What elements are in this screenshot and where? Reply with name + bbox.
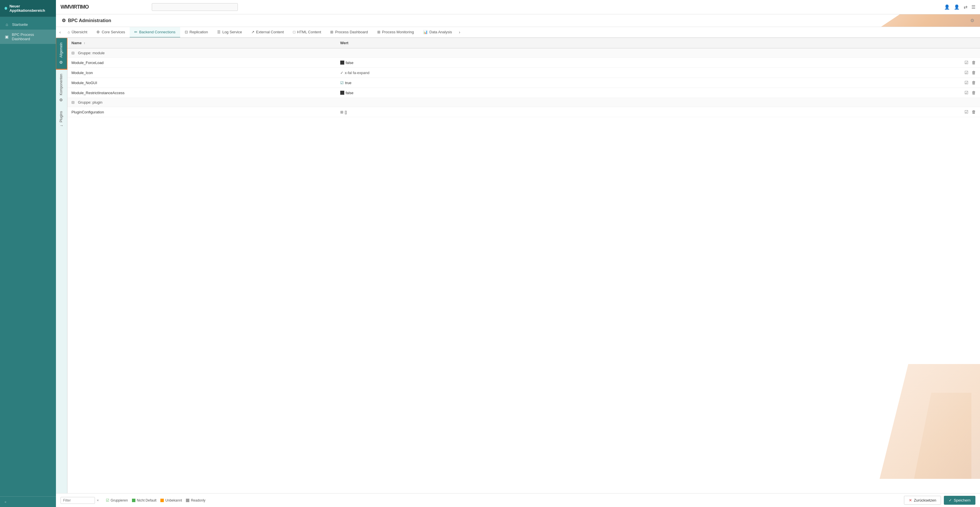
- value-icon-checkmark: ✓: [340, 71, 344, 75]
- swap-icon[interactable]: ⇄: [964, 4, 967, 10]
- array-icon-pluginconfig: ⊞: [340, 110, 344, 114]
- left-plugins-icon: ↓: [59, 125, 64, 127]
- legend-nicht-default: Nicht Default: [132, 498, 157, 502]
- save-button[interactable]: ✓ Speichern: [944, 496, 975, 505]
- tab-html-label: HTML Content: [297, 30, 321, 34]
- page-settings-icon[interactable]: ⚙: [970, 18, 974, 23]
- tab-log-label: Log Service: [222, 30, 242, 34]
- user-icon-1[interactable]: 👤: [944, 4, 950, 10]
- tab-data-analysis[interactable]: 📊 Data Analysis: [418, 27, 457, 38]
- edit-btn-restrict[interactable]: ☑: [964, 90, 968, 95]
- topbar-actions: 👤 👤 ⇄ ☰: [944, 4, 975, 10]
- nicht-default-label: Nicht Default: [137, 498, 157, 502]
- filter-input[interactable]: [60, 497, 95, 504]
- cell-spacer-pluginconfig: [559, 107, 961, 117]
- edit-btn-icon[interactable]: ☑: [964, 70, 968, 75]
- tab-next-btn[interactable]: ›: [457, 27, 463, 37]
- tab-prev-btn[interactable]: ‹: [57, 27, 63, 37]
- sidebar-nav: ⌂ Startseite ▣ BPC Process Dashboard: [0, 17, 56, 46]
- left-komponenten-label: Komponenten: [59, 74, 63, 95]
- sidebar-header[interactable]: Neuer Applikationsbereich: [0, 0, 56, 17]
- tab-log-service[interactable]: ☰ Log Service: [213, 27, 247, 38]
- delete-btn-forceload[interactable]: 🗑: [972, 60, 976, 65]
- collapse-module-icon[interactable]: ⊟: [72, 51, 75, 55]
- menu-icon[interactable]: ☰: [971, 4, 975, 10]
- sidebar-collapse-btn[interactable]: «: [0, 496, 56, 507]
- cell-actions-forceload: ☑ 🗑: [961, 58, 980, 68]
- tab-data-analysis-label: Data Analysis: [430, 30, 452, 34]
- sidebar: Neuer Applikationsbereich ⌂ Startseite ▣…: [0, 0, 56, 507]
- row-actions-icon: ☑ 🗑: [964, 70, 976, 75]
- cell-value-pluginconfig: ⊞ []: [336, 107, 559, 117]
- value-text-restrict: false: [346, 91, 353, 95]
- tab-external-content[interactable]: ↗ External Content: [247, 27, 289, 38]
- tab-process-dash-label: Process Dashboard: [335, 30, 368, 34]
- tab-process-dashboard[interactable]: ⊞ Process Dashboard: [326, 27, 372, 38]
- cancel-label: Zurücksetzen: [914, 498, 936, 502]
- tab-process-monitoring[interactable]: ⊞ Process Monitoring: [373, 27, 418, 38]
- value-icon-icon: ✓ x-fal fa-expand: [340, 71, 555, 75]
- table-row: Module_NoGUI ☑ true: [67, 78, 980, 88]
- left-plugins-label: Plugins: [59, 111, 63, 122]
- row-name-pluginconfig: PluginConfiguration: [72, 110, 104, 114]
- cell-actions-pluginconfig: ☑ 🗑: [961, 107, 980, 117]
- topbar-search-input[interactable]: [152, 3, 238, 11]
- user-icon-2[interactable]: 👤: [954, 4, 959, 10]
- tab-core-services-label: Core Services: [102, 30, 125, 34]
- tab-backend-connections[interactable]: ✏ Backend Connections: [130, 27, 180, 38]
- delete-btn-restrict[interactable]: 🗑: [972, 90, 976, 95]
- row-name-icon: Module_Icon: [72, 71, 93, 75]
- unbekannt-box: [161, 499, 164, 502]
- cell-name-restrict: Module_RestrictInstanceAccess: [67, 88, 336, 98]
- filter-clear-btn[interactable]: ×: [97, 498, 99, 502]
- col-spacer: [559, 38, 961, 48]
- page-title-text: BPC Administration: [68, 18, 111, 23]
- table-area: Name ↑ Wert: [67, 38, 980, 493]
- sidebar-item-startseite[interactable]: ⌂ Startseite: [0, 19, 56, 30]
- cell-actions-nogui: ☑ 🗑: [961, 78, 980, 88]
- collapse-plugin-icon[interactable]: ⊟: [72, 100, 75, 105]
- groupieren-checkbox[interactable]: ☑: [106, 498, 109, 502]
- edit-btn-pluginconfig[interactable]: ☑: [964, 109, 968, 115]
- tabs-bar: ‹ ⌂ Übersicht ⚙ Core Services ✏ Backend …: [56, 27, 980, 38]
- delete-btn-pluginconfig[interactable]: 🗑: [972, 109, 976, 115]
- left-tab-komponenten[interactable]: ⚙ Komponenten: [56, 69, 67, 107]
- sidebar-item-bpc-process-dashboard[interactable]: ▣ BPC Process Dashboard: [0, 30, 56, 44]
- left-allgemein-label: Allgemein: [59, 43, 63, 58]
- logo: WMVIRTIMO: [60, 4, 89, 10]
- cancel-button[interactable]: ✕ Zurücksetzen: [904, 496, 941, 505]
- left-tab-plugins[interactable]: ↓ Plugins: [56, 107, 67, 131]
- legend-unbekannt: Unbekannt: [161, 498, 182, 502]
- filter-legend: ☑ Gruppieren Nicht Default Unbekannt Rea…: [106, 498, 206, 502]
- page-title-icon: ⚙: [62, 18, 66, 23]
- cell-value-icon: ✓ x-fal fa-expand: [336, 68, 559, 78]
- tab-ubersicht-label: Übersicht: [72, 30, 88, 34]
- edit-btn-forceload[interactable]: ☑: [964, 60, 968, 65]
- cell-name-icon: Module_Icon: [67, 68, 336, 78]
- filter-wrap: ×: [60, 497, 99, 504]
- bg-decoration: [837, 364, 980, 493]
- save-check-icon: ✓: [949, 498, 952, 502]
- value-text-icon: x-fal fa-expand: [345, 71, 369, 75]
- cell-spacer-restrict: [559, 88, 961, 98]
- value-false-restrict: false: [340, 91, 555, 95]
- left-tab-allgemein[interactable]: ⚙ Allgemein: [56, 38, 67, 69]
- delete-btn-nogui[interactable]: 🗑: [972, 80, 976, 85]
- group-row-plugin: ⊟ Gruppe: plugin: [67, 98, 980, 107]
- col-name-label: Name: [72, 41, 81, 45]
- tab-html-content[interactable]: □ HTML Content: [288, 27, 326, 38]
- tab-ubersicht[interactable]: ⌂ Übersicht: [63, 27, 92, 38]
- tab-core-services-icon: ⚙: [96, 30, 100, 34]
- cell-value-nogui: ☑ true: [336, 78, 559, 88]
- tab-core-services[interactable]: ⚙ Core Services: [92, 27, 130, 38]
- col-name[interactable]: Name ↑: [67, 38, 336, 48]
- tab-replication[interactable]: ⊡ Replication: [180, 27, 213, 38]
- sidebar-item-label: Startseite: [12, 22, 28, 27]
- delete-btn-icon[interactable]: 🗑: [972, 70, 976, 75]
- collapse-label: «: [5, 500, 6, 504]
- tab-backend-label: Backend Connections: [139, 30, 175, 34]
- cell-name-pluginconfig: PluginConfiguration: [67, 107, 336, 117]
- cell-value-restrict: false: [336, 88, 559, 98]
- edit-btn-nogui[interactable]: ☑: [964, 80, 968, 85]
- sidebar-header-label: Neuer Applikationsbereich: [10, 4, 51, 13]
